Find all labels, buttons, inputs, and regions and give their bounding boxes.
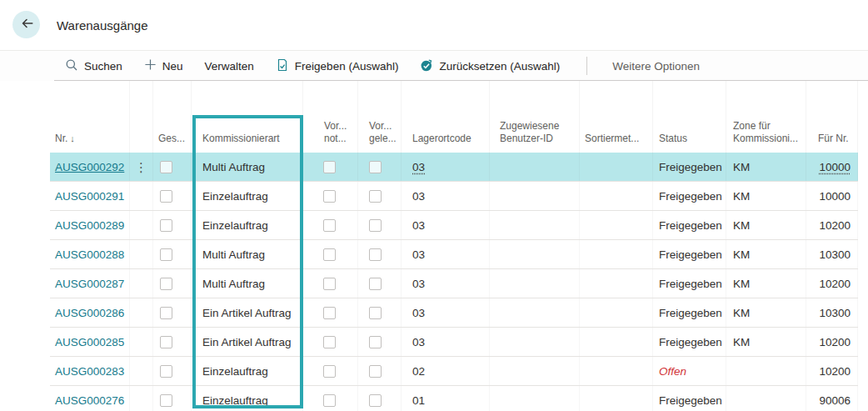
vorgele-checkbox[interactable]	[369, 336, 382, 348]
table-row[interactable]: AUSG000291Einzelauftrag03FreigegebenKM10…	[50, 182, 858, 211]
table-row[interactable]: AUSG000287Multi Auftrag03FreigegebenKM10…	[50, 269, 858, 298]
table-row[interactable]: AUSG000276Einzelauftrag01Freigegeben9000…	[50, 386, 858, 411]
document-no-link[interactable]: AUSG000283	[55, 365, 124, 378]
new-button[interactable]: Neu	[144, 58, 183, 73]
vorgele-checkbox[interactable]	[369, 219, 382, 232]
back-button[interactable]	[12, 11, 40, 38]
vornot-checkbox[interactable]	[323, 365, 336, 378]
lagerort-value[interactable]: 03	[412, 248, 425, 261]
column-header-vornot[interactable]: Vor...not...	[303, 81, 358, 153]
vornot-checkbox[interactable]	[323, 190, 336, 203]
vorgele-checkbox[interactable]	[369, 394, 382, 407]
ges-checkbox[interactable]	[160, 365, 172, 378]
art-cell: Ein Artikel Auftrag	[192, 328, 303, 356]
lagerort-cell: 03	[402, 182, 490, 210]
more-options-label: Weitere Optionen	[612, 60, 700, 73]
document-no-link[interactable]: AUSG000292	[55, 161, 124, 173]
lagerort-cell: 03	[402, 211, 490, 239]
vornot-checkbox[interactable]	[323, 248, 336, 261]
zone-cell	[726, 357, 806, 385]
column-label: Zugewiesene	[500, 120, 559, 132]
ges-checkbox[interactable]	[160, 394, 172, 407]
document-no-link[interactable]: AUSG000289	[55, 219, 124, 232]
column-header-art[interactable]: Kommissionierart	[192, 81, 303, 153]
ges-checkbox[interactable]	[160, 190, 172, 203]
lagerort-value[interactable]: 03	[412, 190, 425, 203]
benutzer-cell	[490, 153, 580, 181]
art-value: Einzelauftrag	[202, 219, 268, 232]
zone-value: KM	[733, 278, 750, 290]
benutzer-cell	[490, 211, 580, 239]
status-value: Freigegeben	[659, 336, 722, 348]
document-no-link[interactable]: AUSG000291	[55, 190, 124, 203]
document-no-link[interactable]: AUSG000285	[55, 336, 124, 348]
release-selection-button[interactable]: Freigeben (Auswahl)	[276, 58, 399, 74]
column-header-benutzer[interactable]: ZugewieseneBenutzer-ID	[490, 81, 580, 153]
fuernr-value[interactable]: 90006	[819, 394, 851, 407]
column-header-fuernr[interactable]: Für Nr.	[806, 81, 858, 153]
vornot-checkbox[interactable]	[323, 161, 336, 173]
table-row[interactable]: AUSG000285Ein Artikel Auftrag03Freigegeb…	[50, 328, 858, 357]
more-options-button[interactable]: Weitere Optionen	[612, 60, 700, 73]
vornot-checkbox[interactable]	[323, 394, 336, 407]
table-row[interactable]: AUSG000286Ein Artikel Auftrag03Freigegeb…	[50, 298, 858, 328]
lagerort-value[interactable]: 03	[412, 219, 425, 232]
column-header-lagerort[interactable]: Lagerortcode	[402, 81, 490, 153]
reset-selection-button[interactable]: Zurücksetzen (Auswahl)	[420, 58, 560, 74]
fuernr-value[interactable]: 10200	[819, 365, 851, 378]
document-no-link[interactable]: AUSG000287	[55, 278, 124, 290]
lagerort-value[interactable]: 03	[412, 161, 425, 173]
ges-checkbox[interactable]	[160, 278, 172, 290]
column-header-sortiermet[interactable]: Sortiermet...	[580, 81, 653, 153]
vornot-checkbox[interactable]	[323, 336, 336, 348]
vornot-cell	[303, 357, 358, 385]
vorgele-checkbox[interactable]	[369, 278, 382, 290]
art-value: Einzelauftrag	[202, 394, 268, 407]
ges-checkbox[interactable]	[160, 219, 172, 232]
table-row[interactable]: AUSG000292⋮Multi Auftrag03FreigegebenKM1…	[50, 153, 858, 182]
table-row[interactable]: AUSG000288Multi Auftrag03FreigegebenKM10…	[50, 240, 858, 269]
fuernr-value[interactable]: 10300	[819, 307, 851, 319]
ges-cell	[153, 240, 192, 268]
fuernr-value[interactable]: 10200	[819, 336, 851, 348]
column-header-status[interactable]: Status	[653, 81, 726, 153]
document-no-link[interactable]: AUSG000286	[55, 307, 124, 319]
search-button[interactable]: Suchen	[65, 58, 122, 74]
vornot-checkbox[interactable]	[323, 219, 336, 232]
column-header-vorgele[interactable]: Vor...gele...	[358, 81, 402, 153]
fuernr-value[interactable]: 10000	[819, 190, 851, 203]
fuernr-value[interactable]: 10300	[819, 248, 851, 261]
vorgele-checkbox[interactable]	[369, 161, 382, 173]
table-row[interactable]: AUSG000289Einzelauftrag03FreigegebenKM10…	[50, 211, 858, 240]
lagerort-value[interactable]: 01	[412, 394, 425, 407]
lagerort-value[interactable]: 03	[412, 336, 425, 348]
lagerort-value[interactable]: 02	[412, 365, 425, 378]
ges-cell	[153, 153, 192, 181]
vornot-checkbox[interactable]	[323, 278, 336, 290]
lagerort-value[interactable]: 03	[412, 307, 425, 319]
art-value: Einzelauftrag	[202, 190, 268, 203]
column-header-ges[interactable]: Ges...	[153, 81, 192, 153]
art-cell: Multi Auftrag	[192, 153, 303, 181]
vornot-checkbox[interactable]	[323, 307, 336, 319]
row-context-menu-icon[interactable]: ⋮	[135, 161, 147, 173]
vorgele-checkbox[interactable]	[369, 365, 382, 378]
table-row[interactable]: AUSG000283Einzelauftrag02Offen10200	[50, 357, 858, 386]
column-header-nr[interactable]: Nr.↓	[50, 81, 130, 153]
manage-button[interactable]: Verwalten	[205, 60, 254, 73]
vorgele-checkbox[interactable]	[369, 248, 382, 261]
vorgele-checkbox[interactable]	[369, 307, 382, 319]
vorgele-checkbox[interactable]	[369, 190, 382, 203]
column-header-zone[interactable]: Zone fürKommissioni...	[726, 81, 806, 153]
ges-checkbox[interactable]	[160, 336, 172, 348]
document-no-link[interactable]: AUSG000276	[55, 394, 124, 407]
lagerort-value[interactable]: 03	[412, 278, 425, 290]
ges-checkbox[interactable]	[160, 161, 172, 173]
document-no-link[interactable]: AUSG000288	[55, 248, 124, 261]
ges-checkbox[interactable]	[160, 307, 172, 319]
fuernr-value[interactable]: 10000	[819, 161, 851, 173]
sortiermet-cell	[580, 240, 653, 268]
fuernr-value[interactable]: 10200	[819, 219, 851, 232]
fuernr-value[interactable]: 10200	[819, 278, 851, 290]
ges-checkbox[interactable]	[160, 248, 172, 261]
